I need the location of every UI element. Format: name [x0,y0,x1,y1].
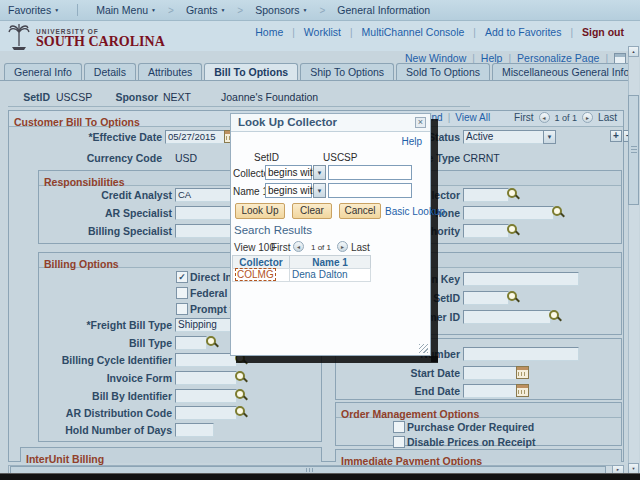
hold-number-of-days-label: Hold Number of Days [30,424,172,436]
section-title: Customer Bill To Options [14,116,140,128]
immediate-payment-options-header: Immediate Payment Options [336,450,621,463]
billing-cycle-identifier-label: Billing Cycle Identifier [30,354,172,366]
modal-title-bar[interactable]: Look Up Collector × [231,114,430,132]
worklist-link[interactable]: Worklist [304,26,341,38]
tab-bar: General Info Details Attributes Bill To … [4,63,640,81]
name1-operator-dropdown-icon[interactable]: ▼ [313,183,326,198]
ar-specialist-input[interactable] [175,206,237,220]
modal-name1-input[interactable] [328,183,412,198]
billing-options-title: Billing Options [44,258,119,270]
calendar-icon[interactable] [516,384,529,397]
breadcrumb-separator: > [320,5,326,16]
purchase-order-required-checkbox[interactable] [393,421,405,433]
tab-bill-to-options[interactable]: Bill To Options [204,63,298,81]
collector-operator-dropdown-icon[interactable]: ▼ [313,165,326,180]
tab-bar-underline [0,80,628,81]
bill-type-input[interactable] [175,336,207,350]
billing-specialist-label: Billing Specialist [60,225,172,237]
end-date-input[interactable] [463,384,517,398]
modal-previous-button[interactable]: ◄ [293,241,304,252]
prompt-for-checkbox[interactable] [176,303,188,315]
tab-attributes[interactable]: Attributes [138,63,202,81]
billing-specialist-input[interactable] [175,224,237,238]
breadcrumb-sponsors[interactable]: Sponsors ▼ [255,4,307,16]
collector-result-link[interactable]: COLMG [235,268,276,281]
lookup-icon[interactable] [235,389,248,402]
modal-setid-value: USCSP [323,152,357,163]
invoice-form-input[interactable] [175,371,237,385]
hold-number-of-days-input[interactable] [175,423,214,437]
breadcrumb-grants[interactable]: Grants ▼ [186,4,225,16]
tab-sold-to-options[interactable]: Sold To Options [396,63,490,81]
previous-row-button[interactable]: ◄ [539,112,550,123]
calendar-icon[interactable] [516,366,529,379]
disable-prices-on-receipt-checkbox[interactable] [393,436,405,448]
customer-id-input[interactable] [463,310,551,324]
home-link[interactable]: Home [255,26,283,38]
number-input[interactable] [463,347,579,361]
tab-details[interactable]: Details [84,63,136,81]
vertical-scrollbar-thumb[interactable] [628,95,639,205]
basic-lookup-link[interactable]: Basic Lookup [385,206,445,217]
collector-operator-select[interactable]: begins with [265,165,312,180]
name1-result-link[interactable]: Dena Dalton [292,269,348,280]
close-icon[interactable]: × [415,117,426,128]
view-100-link[interactable]: View 100 [234,242,275,253]
scroll-up-button[interactable]: ▲ [628,46,639,57]
chevron-down-icon: ▼ [151,7,156,13]
sign-out-link[interactable]: Sign out [582,26,624,38]
lookup-icon[interactable] [507,188,520,201]
status-select[interactable]: Active [463,130,545,144]
tab-general-info[interactable]: General Info [4,63,82,81]
collector-input[interactable] [463,188,509,202]
credit-analyst-input[interactable]: CA [175,188,237,202]
results-col-collector: Collector [232,255,290,269]
portal-links: Home | Worklist | MultiChannel Console |… [255,26,624,38]
next-row-button[interactable]: ► [582,112,593,123]
lookup-icon[interactable] [206,336,219,349]
tab-ship-to-options[interactable]: Ship To Options [300,63,394,81]
lookup-icon[interactable] [549,310,562,323]
disable-prices-on-receipt-label: Disable Prices on Receipt [407,436,535,448]
modal-next-button[interactable]: ► [337,241,348,252]
right-setid-input[interactable] [463,291,509,305]
effective-date-input[interactable]: 05/27/2015 [165,130,227,144]
add-to-favorites-link[interactable]: Add to Favorites [485,26,561,38]
authority-input[interactable] [463,224,509,238]
divider [8,106,470,107]
bill-by-identifier-input[interactable] [175,389,237,403]
lookup-icon[interactable] [235,406,248,419]
currency-code-value: USD [175,152,197,164]
view-all-link[interactable]: View All [455,112,490,123]
direct-invoice-checkbox[interactable]: ✓ [176,271,188,283]
modal-row-count: 1 of 1 [311,243,331,252]
name1-operator-select[interactable]: begins with [265,183,312,198]
lookup-icon[interactable] [507,224,520,237]
billing-cycle-identifier-input[interactable] [175,353,237,367]
interunit-billing-box: InterUnit Billing [20,447,322,462]
lookup-icon[interactable] [507,291,520,304]
option-key-input[interactable] [463,272,579,286]
breadcrumb-main-menu[interactable]: Main Menu ▼ [96,4,156,16]
start-date-input[interactable] [463,366,517,380]
ar-distribution-code-input[interactable] [175,406,237,420]
modal-resize-handle[interactable] [419,344,428,353]
multichannel-console-link[interactable]: MultiChannel Console [362,26,465,38]
last-label: Last [598,112,617,123]
tab-miscellaneous-general-info[interactable]: Miscellaneous General Info [492,63,639,81]
http-window-icon[interactable] [614,53,626,64]
cancel-button[interactable]: Cancel [339,203,381,219]
breadcrumb-favorites[interactable]: Favorites ▼ [8,4,59,16]
modal-collector-input[interactable] [328,165,412,180]
status-dropdown-icon[interactable]: ▼ [543,130,556,144]
modal-help-link[interactable]: Help [401,136,422,147]
clear-button[interactable]: Clear [292,203,332,219]
lookup-icon[interactable] [235,371,248,384]
phone-input[interactable] [463,206,554,220]
lookup-icon[interactable] [552,206,565,219]
add-row-button[interactable]: + [610,130,622,142]
setid-label: SetID [10,91,50,103]
federal-highway-checkbox[interactable] [176,287,188,299]
ar-specialist-label: AR Specialist [60,207,172,219]
look-up-button[interactable]: Look Up [235,203,285,219]
